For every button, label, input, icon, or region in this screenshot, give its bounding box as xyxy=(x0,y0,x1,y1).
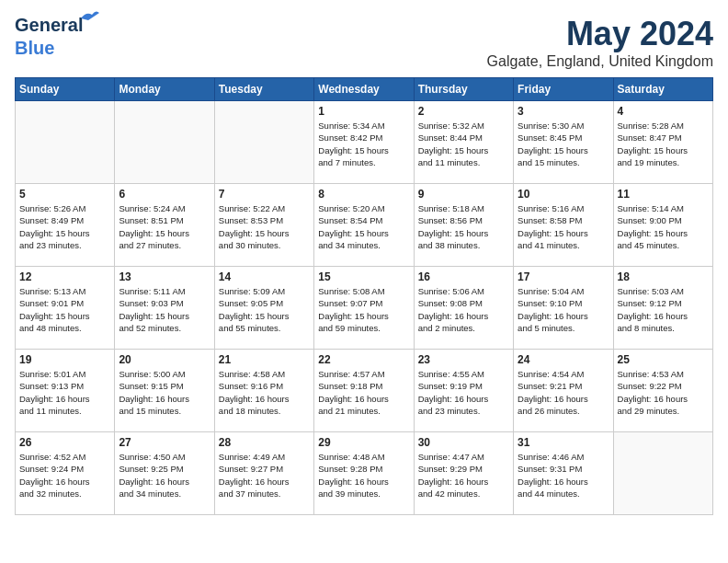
day-info: Sunrise: 5:18 AM Sunset: 8:56 PM Dayligh… xyxy=(418,202,509,251)
calendar-cell: 20Sunrise: 5:00 AM Sunset: 9:15 PM Dayli… xyxy=(115,350,214,432)
logo: General Blue xyxy=(15,15,83,59)
day-number: 15 xyxy=(318,270,409,283)
day-info: Sunrise: 5:22 AM Sunset: 8:53 PM Dayligh… xyxy=(219,202,310,251)
week-row-1: 1Sunrise: 5:34 AM Sunset: 8:42 PM Daylig… xyxy=(16,101,713,184)
calendar-cell xyxy=(613,432,712,515)
calendar-cell: 5Sunrise: 5:26 AM Sunset: 8:49 PM Daylig… xyxy=(16,184,115,267)
day-number: 10 xyxy=(518,188,609,201)
days-header-row: SundayMondayTuesdayWednesdayThursdayFrid… xyxy=(16,78,713,101)
calendar-cell: 12Sunrise: 5:13 AM Sunset: 9:01 PM Dayli… xyxy=(16,267,115,350)
day-info: Sunrise: 4:47 AM Sunset: 9:29 PM Dayligh… xyxy=(418,451,509,500)
location: Galgate, England, United Kingdom xyxy=(487,53,713,70)
day-info: Sunrise: 4:50 AM Sunset: 9:25 PM Dayligh… xyxy=(119,451,210,500)
calendar-cell xyxy=(16,101,115,184)
day-number: 22 xyxy=(318,353,409,366)
day-info: Sunrise: 5:11 AM Sunset: 9:03 PM Dayligh… xyxy=(119,285,210,334)
day-info: Sunrise: 5:30 AM Sunset: 8:45 PM Dayligh… xyxy=(518,120,609,168)
calendar-cell: 4Sunrise: 5:28 AM Sunset: 8:47 PM Daylig… xyxy=(613,101,712,184)
calendar-cell: 30Sunrise: 4:47 AM Sunset: 9:29 PM Dayli… xyxy=(414,432,513,515)
page-header: General Blue May 2024 Galgate, England, … xyxy=(15,15,713,70)
day-info: Sunrise: 4:53 AM Sunset: 9:22 PM Dayligh… xyxy=(618,368,709,417)
calendar-cell: 23Sunrise: 4:55 AM Sunset: 9:19 PM Dayli… xyxy=(414,350,513,432)
day-number: 26 xyxy=(19,436,110,449)
calendar-cell: 27Sunrise: 4:50 AM Sunset: 9:25 PM Dayli… xyxy=(115,432,214,515)
day-number: 25 xyxy=(618,353,709,366)
day-number: 17 xyxy=(518,270,609,283)
day-number: 5 xyxy=(19,188,110,201)
week-row-4: 19Sunrise: 5:01 AM Sunset: 9:13 PM Dayli… xyxy=(16,350,713,432)
day-number: 21 xyxy=(219,353,310,366)
day-number: 29 xyxy=(318,436,409,449)
calendar-cell: 13Sunrise: 5:11 AM Sunset: 9:03 PM Dayli… xyxy=(115,267,214,350)
day-info: Sunrise: 4:54 AM Sunset: 9:21 PM Dayligh… xyxy=(518,368,609,417)
calendar-cell: 26Sunrise: 4:52 AM Sunset: 9:24 PM Dayli… xyxy=(16,432,115,515)
day-info: Sunrise: 5:16 AM Sunset: 8:58 PM Dayligh… xyxy=(518,202,609,251)
day-header-friday: Friday xyxy=(514,78,613,101)
day-number: 11 xyxy=(618,188,709,201)
day-header-thursday: Thursday xyxy=(414,78,513,101)
day-info: Sunrise: 4:49 AM Sunset: 9:27 PM Dayligh… xyxy=(219,451,310,500)
calendar-cell xyxy=(214,101,313,184)
day-number: 31 xyxy=(518,436,609,449)
day-info: Sunrise: 4:48 AM Sunset: 9:28 PM Dayligh… xyxy=(318,451,409,500)
day-number: 30 xyxy=(418,436,509,449)
day-info: Sunrise: 5:09 AM Sunset: 9:05 PM Dayligh… xyxy=(219,285,310,334)
day-number: 13 xyxy=(119,270,210,283)
day-info: Sunrise: 4:46 AM Sunset: 9:31 PM Dayligh… xyxy=(518,451,609,500)
day-number: 14 xyxy=(219,270,310,283)
week-row-3: 12Sunrise: 5:13 AM Sunset: 9:01 PM Dayli… xyxy=(16,267,713,350)
calendar-cell: 8Sunrise: 5:20 AM Sunset: 8:54 PM Daylig… xyxy=(314,184,414,267)
day-info: Sunrise: 5:32 AM Sunset: 8:44 PM Dayligh… xyxy=(418,120,509,168)
day-info: Sunrise: 5:26 AM Sunset: 8:49 PM Dayligh… xyxy=(19,202,110,251)
day-number: 7 xyxy=(219,188,310,201)
week-row-2: 5Sunrise: 5:26 AM Sunset: 8:49 PM Daylig… xyxy=(16,184,713,267)
day-info: Sunrise: 5:00 AM Sunset: 9:15 PM Dayligh… xyxy=(119,368,210,417)
day-number: 18 xyxy=(618,270,709,283)
calendar-cell: 25Sunrise: 4:53 AM Sunset: 9:22 PM Dayli… xyxy=(613,350,712,432)
day-info: Sunrise: 5:04 AM Sunset: 9:10 PM Dayligh… xyxy=(518,285,609,334)
day-number: 24 xyxy=(518,353,609,366)
day-number: 12 xyxy=(19,270,110,283)
day-info: Sunrise: 4:55 AM Sunset: 9:19 PM Dayligh… xyxy=(418,368,509,417)
day-info: Sunrise: 5:20 AM Sunset: 8:54 PM Dayligh… xyxy=(318,202,409,251)
day-info: Sunrise: 5:24 AM Sunset: 8:51 PM Dayligh… xyxy=(119,202,210,251)
day-number: 3 xyxy=(518,105,609,118)
day-info: Sunrise: 5:14 AM Sunset: 9:00 PM Dayligh… xyxy=(618,202,709,251)
calendar-cell: 6Sunrise: 5:24 AM Sunset: 8:51 PM Daylig… xyxy=(115,184,214,267)
week-row-5: 26Sunrise: 4:52 AM Sunset: 9:24 PM Dayli… xyxy=(16,432,713,515)
day-header-wednesday: Wednesday xyxy=(314,78,414,101)
day-info: Sunrise: 5:28 AM Sunset: 8:47 PM Dayligh… xyxy=(618,120,709,168)
calendar-cell: 28Sunrise: 4:49 AM Sunset: 9:27 PM Dayli… xyxy=(214,432,313,515)
day-info: Sunrise: 5:13 AM Sunset: 9:01 PM Dayligh… xyxy=(19,285,110,334)
calendar-cell: 2Sunrise: 5:32 AM Sunset: 8:44 PM Daylig… xyxy=(414,101,513,184)
calendar-cell: 31Sunrise: 4:46 AM Sunset: 9:31 PM Dayli… xyxy=(514,432,613,515)
calendar-cell: 10Sunrise: 5:16 AM Sunset: 8:58 PM Dayli… xyxy=(514,184,613,267)
day-number: 6 xyxy=(119,188,210,201)
calendar-cell: 17Sunrise: 5:04 AM Sunset: 9:10 PM Dayli… xyxy=(514,267,613,350)
day-info: Sunrise: 4:58 AM Sunset: 9:16 PM Dayligh… xyxy=(219,368,310,417)
month-title: May 2024 xyxy=(487,15,713,53)
calendar-cell: 29Sunrise: 4:48 AM Sunset: 9:28 PM Dayli… xyxy=(314,432,414,515)
logo-blue-text: Blue xyxy=(15,38,54,58)
day-header-sunday: Sunday xyxy=(16,78,115,101)
calendar-cell: 3Sunrise: 5:30 AM Sunset: 8:45 PM Daylig… xyxy=(514,101,613,184)
day-number: 27 xyxy=(119,436,210,449)
day-info: Sunrise: 5:03 AM Sunset: 9:12 PM Dayligh… xyxy=(618,285,709,334)
day-header-tuesday: Tuesday xyxy=(214,78,313,101)
day-info: Sunrise: 5:34 AM Sunset: 8:42 PM Dayligh… xyxy=(318,120,409,168)
day-number: 28 xyxy=(219,436,310,449)
calendar-cell: 11Sunrise: 5:14 AM Sunset: 9:00 PM Dayli… xyxy=(613,184,712,267)
day-info: Sunrise: 4:52 AM Sunset: 9:24 PM Dayligh… xyxy=(19,451,110,500)
day-number: 8 xyxy=(318,188,409,201)
calendar-cell: 7Sunrise: 5:22 AM Sunset: 8:53 PM Daylig… xyxy=(214,184,313,267)
day-number: 4 xyxy=(618,105,709,118)
calendar-table: SundayMondayTuesdayWednesdayThursdayFrid… xyxy=(15,77,713,515)
calendar-cell: 18Sunrise: 5:03 AM Sunset: 9:12 PM Dayli… xyxy=(613,267,712,350)
calendar-cell: 24Sunrise: 4:54 AM Sunset: 9:21 PM Dayli… xyxy=(514,350,613,432)
calendar-cell: 1Sunrise: 5:34 AM Sunset: 8:42 PM Daylig… xyxy=(314,101,414,184)
day-header-monday: Monday xyxy=(115,78,214,101)
day-number: 20 xyxy=(119,353,210,366)
calendar-cell: 9Sunrise: 5:18 AM Sunset: 8:56 PM Daylig… xyxy=(414,184,513,267)
day-header-saturday: Saturday xyxy=(613,78,712,101)
day-info: Sunrise: 4:57 AM Sunset: 9:18 PM Dayligh… xyxy=(318,368,409,417)
